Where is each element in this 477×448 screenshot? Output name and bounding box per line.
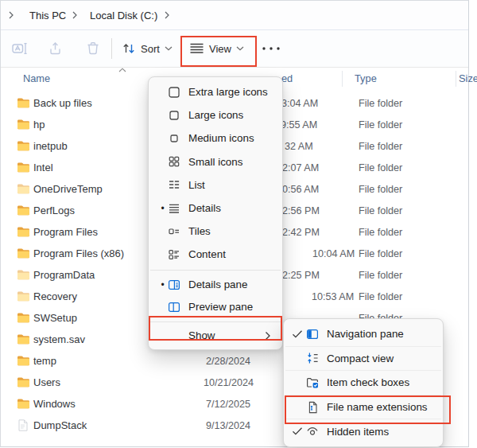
navigation-pane-icon — [306, 328, 327, 341]
column-header-size[interactable]: Size — [459, 72, 477, 84]
view-menu-item-details[interactable]: •Details — [152, 197, 279, 220]
more-options-button[interactable] — [257, 36, 285, 61]
menu-item-label: Extra large icons — [188, 86, 279, 98]
folder-icon — [17, 140, 30, 151]
folder-icon — [17, 269, 30, 280]
chevron-right-icon[interactable] — [165, 1, 170, 29]
view-menu-item-large-icons[interactable]: Large icons — [152, 103, 279, 127]
sort-icon — [122, 42, 136, 55]
file-name-extensions-icon — [306, 401, 327, 414]
folder-icon — [17, 226, 30, 237]
preview-pane-icon — [168, 301, 188, 314]
breadcrumb-local-disk-c[interactable]: Local Disk (C:) — [87, 1, 161, 29]
content-icon — [168, 248, 188, 261]
file-name: temp — [33, 355, 56, 367]
column-separator[interactable] — [456, 71, 456, 87]
folder-icon — [17, 398, 30, 409]
date-modified: 3:04 AM — [281, 98, 318, 109]
delete-button[interactable] — [81, 36, 105, 61]
view-menu-item-show[interactable]: Show — [152, 325, 279, 346]
chevron-right-icon[interactable] — [9, 1, 14, 29]
date-modified: 0:56 AM — [282, 184, 319, 195]
chevron-right-icon — [265, 331, 271, 341]
show-menu-item-compact-view[interactable]: Compact view — [287, 347, 440, 371]
view-menu-item-medium-icons[interactable]: Medium icons — [152, 127, 279, 150]
date-modified: 2:25 PM — [282, 270, 320, 281]
menu-item-label: Details pane — [188, 279, 279, 290]
check-icon — [292, 329, 306, 339]
folder-icon — [17, 162, 30, 173]
show-menu-item-file-name-extensions[interactable]: File name extensions — [287, 395, 440, 419]
sort-button[interactable]: Sort — [117, 36, 177, 61]
view-menu-item-extra-large-icons[interactable]: Extra large icons — [152, 80, 279, 103]
file-type: File folder — [359, 248, 402, 259]
share-button[interactable] — [44, 36, 68, 61]
chevron-right-icon[interactable] — [72, 1, 78, 29]
menu-item-label: Medium icons — [188, 132, 279, 144]
view-menu-item-preview-pane[interactable]: Preview pane — [152, 296, 279, 318]
medium-icons-icon — [168, 132, 188, 145]
file-name: PerfLogs — [33, 205, 75, 216]
date-modified: 2:07 AM — [282, 162, 319, 173]
menu-item-label: Large icons — [188, 109, 279, 121]
folder-icon — [17, 205, 30, 216]
delete-icon — [86, 41, 100, 56]
menu-item-label: Hidden items — [327, 426, 440, 438]
file-type: File folder — [359, 98, 402, 109]
date-modified: 2:42 PM — [282, 227, 320, 238]
date-modified: 10:04 AM — [312, 248, 355, 259]
date-modified: 9/13/2024 — [206, 420, 250, 431]
menu-item-label: List — [188, 179, 279, 191]
show-menu-item-navigation-pane[interactable]: Navigation pane — [287, 322, 440, 346]
file-type: File folder — [359, 119, 402, 131]
view-button[interactable]: View — [184, 36, 249, 61]
rename-button[interactable] — [7, 36, 33, 61]
view-menu-item-small-icons[interactable]: Small icons — [152, 150, 279, 173]
file-type: File folder — [359, 205, 402, 216]
folder-icon — [17, 97, 30, 108]
toolbar: Sort View — [1, 30, 468, 68]
file-explorer-window: This PC Local Disk (C:) Sort View Name e… — [0, 0, 469, 447]
selected-bullet: • — [157, 203, 168, 214]
column-header-type[interactable]: Type — [355, 72, 377, 84]
chevron-down-icon — [165, 46, 173, 51]
file-name: Intel — [33, 162, 53, 173]
view-menu-item-details-pane[interactable]: •Details pane — [152, 274, 279, 296]
folder-icon — [17, 183, 30, 194]
menu-item-label: Content — [188, 248, 279, 260]
date-modified: 7/12/2025 — [206, 399, 250, 410]
file-name: SWSetup — [33, 312, 77, 324]
view-lines-icon — [189, 43, 204, 54]
date-modified: 9:55 AM — [281, 119, 317, 131]
rename-icon — [12, 41, 28, 56]
view-menu-item-tiles[interactable]: Tiles — [152, 220, 279, 243]
file-name: OneDriveTemp — [33, 183, 103, 195]
small-icons-icon — [168, 155, 188, 168]
show-menu-item-item-check-boxes[interactable]: Item check boxes — [287, 371, 440, 395]
file-name: DumpStack — [33, 419, 87, 431]
chevron-down-icon — [236, 46, 244, 51]
column-header-name[interactable]: Name — [23, 72, 50, 84]
sort-button-label: Sort — [141, 43, 160, 55]
selected-bullet: • — [157, 279, 168, 290]
column-header-date-modified[interactable]: ed — [281, 72, 293, 84]
date-modified: 10/21/2024 — [204, 377, 254, 388]
item-check-boxes-icon — [306, 376, 327, 389]
details-icon — [168, 202, 188, 215]
hidden-items-icon — [306, 425, 327, 438]
show-menu-item-hidden-items[interactable]: Hidden items — [287, 419, 440, 443]
menu-item-label: Details — [188, 202, 279, 214]
view-menu-item-content[interactable]: Content — [152, 243, 279, 266]
date-modified: 2/28/2024 — [206, 356, 250, 367]
file-name: inetpub — [33, 140, 68, 152]
menu-item-label: Compact view — [327, 353, 440, 364]
file-name: ProgramData — [33, 269, 95, 281]
sort-ascending-caret-icon — [118, 68, 126, 72]
menu-item-label: Tiles — [188, 225, 279, 237]
view-menu-item-list[interactable]: List — [152, 173, 279, 197]
file-type: File folder — [359, 141, 402, 152]
breadcrumb-this-pc[interactable]: This PC — [26, 1, 69, 29]
folder-icon — [17, 312, 30, 323]
column-separator[interactable] — [342, 71, 343, 87]
file-name: Users — [33, 376, 60, 388]
